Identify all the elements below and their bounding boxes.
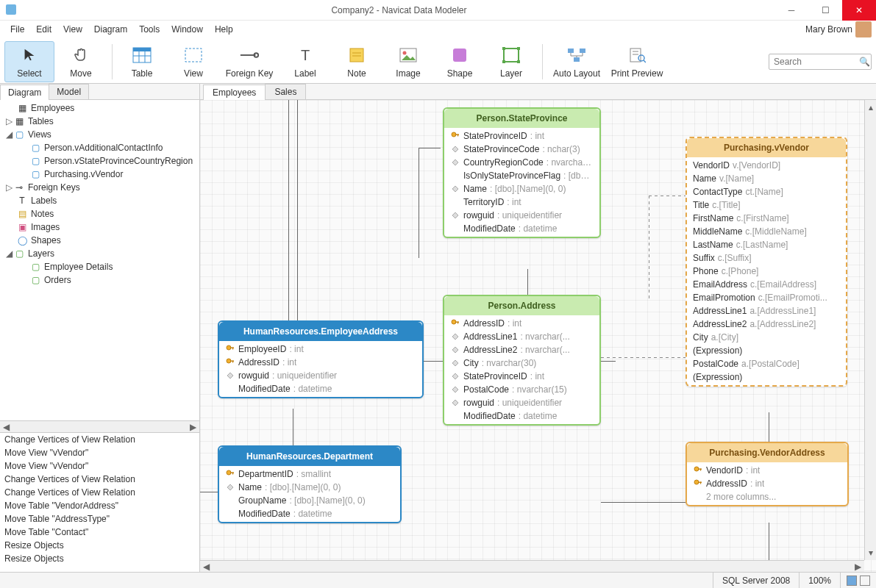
entity-address[interactable]: Person.Address AddressID: intAddressLine… bbox=[443, 295, 601, 426]
field-row[interactable]: rowguid: uniqueidentifier bbox=[444, 209, 599, 222]
canvas-tab-sales[interactable]: Sales bbox=[265, 84, 306, 99]
canvas-hscroll[interactable]: ◀▶ bbox=[200, 560, 864, 572]
field-row[interactable]: Title c.[Title] bbox=[687, 198, 846, 212]
field-row[interactable]: City a.[City] bbox=[687, 331, 846, 344]
field-row[interactable]: PostalCode a.[PostalCode] bbox=[687, 357, 846, 370]
close-button[interactable]: ✕ bbox=[842, 0, 876, 21]
field-row[interactable]: VendorID: int bbox=[687, 464, 847, 477]
field-row[interactable]: StateProvinceID: int bbox=[444, 370, 599, 383]
field-row[interactable]: MiddleName c.[MiddleName] bbox=[687, 225, 846, 238]
tree-views[interactable]: ◢▢Views bbox=[0, 128, 199, 141]
canvas[interactable]: Person.StateProvince StateProvinceID: in… bbox=[200, 100, 876, 572]
field-row[interactable]: Name: [dbo].[Name](0, 0) bbox=[444, 182, 599, 196]
tree-notes[interactable]: ▤Notes bbox=[0, 207, 199, 220]
field-row[interactable]: EmailPromotion c.[EmailPromoti... bbox=[687, 291, 846, 304]
tool-move[interactable]: Move bbox=[56, 41, 106, 82]
tree-employees[interactable]: ▦Employees bbox=[0, 101, 199, 115]
tree-layer-item[interactable]: ▢Orders bbox=[0, 273, 199, 287]
field-row[interactable]: Phone c.[Phone] bbox=[687, 265, 846, 278]
history-item[interactable]: Change Vertices of View Relation bbox=[0, 433, 199, 446]
view-toggle-1[interactable] bbox=[847, 576, 857, 586]
menu-window[interactable]: Window bbox=[165, 21, 209, 37]
field-row[interactable]: EmployeeID: int bbox=[219, 343, 422, 356]
sidebar-tab-model[interactable]: Model bbox=[49, 84, 89, 99]
field-row[interactable]: ModifiedDate: datetime bbox=[219, 382, 422, 395]
tool-foreign-key[interactable]: Foreign Key bbox=[220, 41, 279, 82]
menu-file[interactable]: File bbox=[4, 21, 30, 37]
minimize-button[interactable]: ─ bbox=[774, 0, 808, 21]
tree-foreign-keys[interactable]: ▷⊸Foreign Keys bbox=[0, 181, 199, 194]
menu-tools[interactable]: Tools bbox=[133, 21, 165, 37]
tree-view-item[interactable]: ▢Person.vStateProvinceCountryRegion bbox=[0, 154, 199, 168]
maximize-button[interactable]: ☐ bbox=[808, 0, 842, 21]
tool-label[interactable]: T Label bbox=[280, 41, 330, 82]
field-row[interactable]: CountryRegionCode: nvarchar(3) bbox=[444, 156, 599, 169]
sidebar-tab-diagram[interactable]: Diagram bbox=[0, 85, 49, 100]
tree-view-item[interactable]: ▢Purchasing.vVendor bbox=[0, 168, 199, 181]
field-row[interactable]: FirstName c.[FirstName] bbox=[687, 212, 846, 225]
field-row[interactable]: LastName c.[LastName] bbox=[687, 238, 846, 251]
field-row[interactable]: DepartmentID: smallint bbox=[219, 467, 400, 481]
field-row[interactable]: Name: [dbo].[Name](0, 0) bbox=[219, 481, 400, 494]
field-row[interactable]: AddressLine1: nvarchar(... bbox=[444, 330, 599, 343]
collapse-icon[interactable]: ◢ bbox=[4, 129, 13, 140]
field-row[interactable]: (Expression) bbox=[687, 344, 846, 357]
status-zoom[interactable]: 100% bbox=[799, 573, 840, 588]
tool-auto-layout[interactable]: Auto Layout bbox=[547, 41, 606, 82]
field-row[interactable]: rowguid: uniqueidentifier bbox=[444, 396, 599, 409]
entity-state-province[interactable]: Person.StateProvince StateProvinceID: in… bbox=[443, 107, 601, 238]
menu-diagram[interactable]: Diagram bbox=[88, 21, 133, 37]
history-item[interactable]: Change Vertices of View Relation bbox=[0, 473, 199, 486]
menu-edit[interactable]: Edit bbox=[30, 21, 57, 37]
history-item[interactable]: Move View "vVendor" bbox=[0, 446, 199, 459]
tool-select[interactable]: Select bbox=[4, 41, 54, 82]
field-row[interactable]: EmailAddress c.[EmailAddress] bbox=[687, 278, 846, 291]
history-item[interactable]: Move Table "VendorAddress" bbox=[0, 499, 199, 512]
field-row[interactable]: AddressLine2: nvarchar(... bbox=[444, 343, 599, 356]
field-row[interactable]: ModifiedDate: datetime bbox=[444, 222, 599, 235]
field-row[interactable]: AddressID: int bbox=[219, 356, 422, 369]
field-row[interactable]: Name v.[Name] bbox=[687, 172, 846, 185]
field-row[interactable]: rowguid: uniqueidentifier bbox=[219, 369, 422, 382]
history-item[interactable]: Move Table "AddressType" bbox=[0, 512, 199, 526]
field-row[interactable]: AddressID: int bbox=[687, 477, 847, 490]
menu-view[interactable]: View bbox=[57, 21, 88, 37]
tool-view[interactable]: View bbox=[168, 41, 218, 82]
field-row[interactable]: VendorID v.[VendorID] bbox=[687, 159, 846, 172]
entity-department[interactable]: HumanResources.Department DepartmentID: … bbox=[218, 445, 402, 523]
user-avatar[interactable] bbox=[855, 21, 872, 37]
field-row[interactable]: AddressID: int bbox=[444, 317, 599, 330]
entity-vvendor[interactable]: Purchasing.vVendor VendorID v.[VendorID]… bbox=[686, 137, 847, 387]
tree-shapes[interactable]: ◯Shapes bbox=[0, 234, 199, 247]
field-row[interactable]: ModifiedDate: datetime bbox=[444, 409, 599, 423]
tool-layer[interactable]: Layer bbox=[486, 41, 536, 82]
field-row[interactable]: PostalCode: nvarchar(15) bbox=[444, 383, 599, 396]
field-row[interactable]: ContactType ct.[Name] bbox=[687, 185, 846, 198]
search-icon[interactable]: 🔍 bbox=[859, 57, 870, 67]
history-item[interactable]: Move View "vVendor" bbox=[0, 459, 199, 473]
tool-shape[interactable]: Shape bbox=[435, 41, 485, 82]
field-row[interactable]: GroupName: [dbo].[Name](0, 0) bbox=[219, 494, 400, 507]
history-item[interactable]: Resize Objects bbox=[0, 552, 199, 565]
history-item[interactable]: Resize Objects bbox=[0, 539, 199, 552]
tree-tables[interactable]: ▷▦Tables bbox=[0, 115, 199, 128]
tree-images[interactable]: ▣Images bbox=[0, 220, 199, 234]
field-row[interactable]: AddressLine2 a.[AddressLine2] bbox=[687, 318, 846, 331]
tool-image[interactable]: Image bbox=[383, 41, 433, 82]
tool-print-preview[interactable]: Print Preview bbox=[608, 41, 666, 82]
field-row[interactable]: City: nvarchar(30) bbox=[444, 356, 599, 370]
view-toggle-2[interactable] bbox=[860, 576, 870, 586]
field-row[interactable]: StateProvinceCode: nchar(3) bbox=[444, 143, 599, 156]
user-name[interactable]: Mary Brown bbox=[805, 24, 852, 35]
history-item[interactable]: Change Vertices of View Relation bbox=[0, 486, 199, 499]
field-row[interactable]: StateProvinceID: int bbox=[444, 129, 599, 143]
sidebar-hscroll[interactable]: ◀▶ bbox=[0, 420, 199, 432]
field-row[interactable]: IsOnlyStateProvinceFlag: [dbo].[... bbox=[444, 169, 599, 182]
canvas-vscroll[interactable]: ▴▾ bbox=[864, 100, 876, 560]
field-row[interactable]: AddressLine1 a.[AddressLine1] bbox=[687, 304, 846, 318]
tool-table[interactable]: Table bbox=[117, 41, 167, 82]
search-input[interactable] bbox=[769, 54, 872, 70]
tree-layers[interactable]: ◢▢Layers bbox=[0, 247, 199, 260]
history-item[interactable]: Move Table "Contact" bbox=[0, 526, 199, 539]
tool-note[interactable]: Note bbox=[332, 41, 382, 82]
